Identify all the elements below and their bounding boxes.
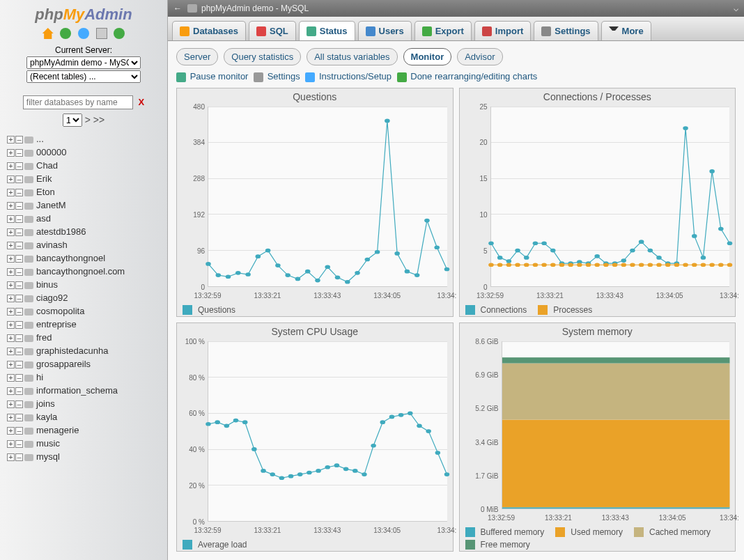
instructions-link[interactable]: Instructions/Setup <box>319 71 392 81</box>
collapse-icon[interactable]: – <box>15 321 23 329</box>
expand-icon[interactable]: + <box>7 149 15 157</box>
collapse-icon[interactable]: – <box>15 189 23 196</box>
collapse-icon[interactable]: – <box>15 162 23 170</box>
subtab-query-stats[interactable]: Query statistics <box>224 48 301 65</box>
collapse-icon[interactable]: – <box>15 308 23 316</box>
monitor-settings-link[interactable]: Settings <box>268 71 300 81</box>
collapse-icon[interactable]: – <box>15 427 23 435</box>
server-select[interactable]: phpMyAdmin demo - MySQL <box>26 56 141 69</box>
db-item[interactable]: +–bancaythongnoel <box>7 251 167 265</box>
tab-settings[interactable]: Settings <box>534 21 598 40</box>
expand-icon[interactable]: + <box>7 453 15 461</box>
docs-icon[interactable] <box>96 28 107 39</box>
expand-icon[interactable]: + <box>7 136 15 143</box>
collapse-icon[interactable]: – <box>15 202 23 210</box>
expand-icon[interactable]: + <box>7 348 15 355</box>
expand-icon[interactable]: + <box>7 176 15 183</box>
expand-icon[interactable]: + <box>7 295 15 302</box>
page-select[interactable]: 1 <box>63 114 82 127</box>
db-item[interactable]: +–entreprise <box>7 318 167 331</box>
collapse-icon[interactable]: – <box>15 440 23 448</box>
db-item[interactable]: +–Erik <box>7 172 167 185</box>
expand-icon[interactable]: + <box>7 228 15 236</box>
collapse-icon[interactable]: – <box>15 149 23 157</box>
expand-icon[interactable]: + <box>7 281 15 289</box>
back-icon[interactable]: ← <box>173 3 182 13</box>
home-icon[interactable] <box>42 28 54 39</box>
tab-export[interactable]: Export <box>414 21 472 40</box>
expand-icon[interactable]: + <box>7 427 15 435</box>
collapse-icon[interactable]: – <box>15 228 23 236</box>
db-item[interactable]: +–fred <box>7 331 167 344</box>
collapse-icon[interactable]: – <box>15 361 23 368</box>
tab-databases[interactable]: Databases <box>172 21 246 40</box>
expand-icon[interactable]: + <box>7 334 15 342</box>
reload-icon[interactable] <box>114 28 125 39</box>
collapse-icon[interactable]: – <box>15 176 23 183</box>
db-item[interactable]: +–avinash <box>7 238 167 251</box>
db-item[interactable]: +–grosappareils <box>7 357 167 371</box>
collapse-icon[interactable]: – <box>15 215 23 223</box>
tab-sql[interactable]: SQL <box>249 21 296 40</box>
collapse-icon[interactable]: – <box>15 281 23 289</box>
expand-icon[interactable]: + <box>7 321 15 329</box>
collapse-icon[interactable]: – <box>15 414 23 421</box>
db-item[interactable]: +–Eton <box>7 185 167 199</box>
expand-icon[interactable]: + <box>7 374 15 382</box>
db-item[interactable]: +–joins <box>7 397 167 410</box>
db-filter-clear-icon[interactable]: X <box>138 97 144 107</box>
db-item[interactable]: +–bancaythongnoel.com <box>7 265 167 278</box>
db-item[interactable]: +–menagerie <box>7 423 167 437</box>
expand-icon[interactable]: + <box>7 268 15 276</box>
expand-icon[interactable]: + <box>7 202 15 210</box>
subtab-all-vars[interactable]: All status variables <box>307 48 397 65</box>
subtab-monitor[interactable]: Monitor <box>403 48 452 65</box>
logout-icon[interactable] <box>60 28 71 39</box>
expand-icon[interactable]: + <box>7 440 15 448</box>
expand-icon[interactable]: + <box>7 215 15 223</box>
db-filter-input[interactable] <box>23 95 133 109</box>
db-item[interactable]: +–000000 <box>7 146 167 159</box>
tab-import[interactable]: Import <box>474 21 531 40</box>
subtab-server[interactable]: Server <box>176 48 218 65</box>
expand-icon[interactable]: + <box>7 308 15 316</box>
collapse-icon[interactable]: – <box>15 374 23 382</box>
collapse-icon[interactable]: – <box>15 348 23 355</box>
db-item[interactable]: +–graphistedacunha <box>7 344 167 357</box>
pause-monitor-link[interactable]: Pause monitor <box>190 71 249 81</box>
tab-status[interactable]: Status <box>299 21 355 40</box>
db-item[interactable]: +–hi <box>7 371 167 384</box>
collapse-icon[interactable]: – <box>15 387 23 395</box>
expand-icon[interactable]: + <box>7 387 15 395</box>
collapse-icon[interactable]: – <box>15 453 23 461</box>
expand-icon[interactable]: + <box>7 162 15 170</box>
paging-next[interactable]: > >> <box>85 114 104 125</box>
db-item[interactable]: +–binus <box>7 278 167 291</box>
db-item[interactable]: +–cosmopolita <box>7 304 167 318</box>
help-icon[interactable] <box>78 28 89 39</box>
db-item[interactable]: +–Chad <box>7 159 167 172</box>
db-item[interactable]: +–... <box>7 132 167 146</box>
minimize-icon[interactable]: ⌵ <box>734 3 738 13</box>
expand-icon[interactable]: + <box>7 255 15 263</box>
collapse-icon[interactable]: – <box>15 334 23 342</box>
expand-icon[interactable]: + <box>7 242 15 249</box>
db-item[interactable]: +–JanetM <box>7 199 167 212</box>
collapse-icon[interactable]: – <box>15 400 23 408</box>
collapse-icon[interactable]: – <box>15 295 23 302</box>
expand-icon[interactable]: + <box>7 414 15 421</box>
expand-icon[interactable]: + <box>7 400 15 408</box>
done-rearranging-link[interactable]: Done rearranging/editing charts <box>410 71 537 81</box>
collapse-icon[interactable]: – <box>15 242 23 249</box>
expand-icon[interactable]: + <box>7 189 15 196</box>
db-item[interactable]: +–music <box>7 437 167 450</box>
db-item[interactable]: +–mysql <box>7 450 167 463</box>
db-item[interactable]: +–asd <box>7 212 167 225</box>
expand-icon[interactable]: + <box>7 361 15 368</box>
subtab-advisor[interactable]: Advisor <box>457 48 502 65</box>
db-item[interactable]: +–atestdb1986 <box>7 225 167 238</box>
tab-more[interactable]: More <box>601 21 651 40</box>
collapse-icon[interactable]: – <box>15 268 23 276</box>
db-item[interactable]: +–kayla <box>7 410 167 423</box>
tab-users[interactable]: Users <box>358 21 412 40</box>
